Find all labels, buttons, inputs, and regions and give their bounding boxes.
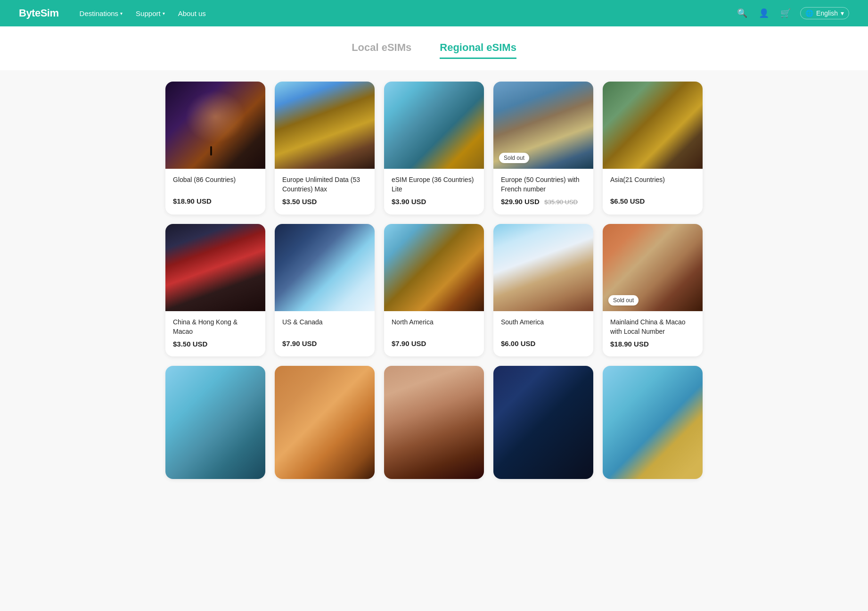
brand-logo[interactable]: ByteSim — [19, 7, 59, 19]
product-image-europe-french: Sold out — [493, 82, 593, 169]
product-price-asia: $6.50 USD — [610, 197, 695, 205]
sold-out-badge-mainland: Sold out — [608, 295, 639, 306]
nav-support-label: Support — [136, 9, 161, 17]
chevron-down-icon: ▾ — [841, 9, 844, 17]
product-price-south-america: $6.00 USD — [501, 339, 586, 347]
tab-local-esims[interactable]: Local eSIMs — [352, 41, 411, 59]
language-selector[interactable]: 🌐 English ▾ — [800, 7, 849, 19]
product-info-china: China & Hong Kong & Macao $3.50 USD — [165, 311, 265, 356]
product-image-row3-5 — [603, 366, 703, 479]
product-card-global[interactable]: Global (86 Countries) $18.90 USD — [165, 82, 265, 215]
product-name-us-canada: US & Canada — [282, 318, 367, 336]
nav-destinations[interactable]: Destinations ▾ — [74, 6, 129, 21]
product-card-esim-europe[interactable]: eSIM Europe (36 Countries) Lite $3.90 US… — [384, 82, 484, 215]
product-card-mainland-china[interactable]: Sold out Mainlaind China & Macao with Lo… — [603, 224, 703, 356]
product-card-row3-4[interactable] — [493, 366, 593, 479]
product-price-esim-europe: $3.90 USD — [392, 198, 476, 206]
product-info-asia: Asia(21 Countries) $6.50 USD — [603, 169, 703, 214]
product-image-row3-1 — [165, 366, 265, 479]
product-image-south-america — [493, 224, 593, 311]
product-info-south-america: South America $6.00 USD — [493, 311, 593, 356]
product-image-us-canada — [275, 224, 375, 311]
product-image-mainland-china: Sold out — [603, 224, 703, 311]
product-name-europe-unlimited: Europe Unlimited Data (53 Countries) Max — [282, 175, 367, 194]
tabs-container: Local eSIMs Regional eSIMs — [0, 26, 868, 70]
product-card-row3-2[interactable] — [275, 366, 375, 479]
product-card-north-america[interactable]: North America $7.90 USD — [384, 224, 484, 356]
main-nav: Destinations ▾ Support ▾ About us — [74, 6, 736, 21]
product-card-asia[interactable]: Asia(21 Countries) $6.50 USD — [603, 82, 703, 215]
navbar-right: 🔍 👤 🛒 🌐 English ▾ — [735, 6, 849, 20]
product-card-row3-1[interactable] — [165, 366, 265, 479]
product-name-mainland-china: Mainlaind China & Macao with Local Numbe… — [610, 318, 695, 336]
language-label: English — [816, 9, 838, 17]
product-card-europe-unlimited[interactable]: Europe Unlimited Data (53 Countries) Max… — [275, 82, 375, 215]
price-container-europe-french: $29.90 USD $35.90 USD — [501, 198, 586, 206]
sold-out-badge: Sold out — [499, 153, 529, 163]
product-name-asia: Asia(21 Countries) — [610, 175, 695, 193]
product-image-row3-4 — [493, 366, 593, 479]
product-image-china — [165, 224, 265, 311]
product-info-north-america: North America $7.90 USD — [384, 311, 484, 356]
tab-local-label: Local eSIMs — [352, 41, 411, 53]
product-original-price-europe-french: $35.90 USD — [544, 198, 578, 206]
product-price-china: $3.50 USD — [173, 340, 258, 348]
product-price-europe-unlimited: $3.50 USD — [282, 198, 367, 206]
nav-about-label: About us — [178, 9, 206, 17]
product-image-europe-unlimited — [275, 82, 375, 169]
navbar: ByteSim Destinations ▾ Support ▾ About u… — [0, 0, 868, 26]
globe-icon: 🌐 — [805, 9, 813, 17]
main-content: Global (86 Countries) $18.90 USD Europe … — [156, 70, 712, 498]
product-info-us-canada: US & Canada $7.90 USD — [275, 311, 375, 356]
product-price-north-america: $7.90 USD — [392, 339, 476, 347]
product-card-us-canada[interactable]: US & Canada $7.90 USD — [275, 224, 375, 356]
user-icon[interactable]: 👤 — [757, 6, 771, 20]
product-card-south-america[interactable]: South America $6.00 USD — [493, 224, 593, 356]
product-price-global: $18.90 USD — [173, 197, 258, 205]
cart-icon[interactable]: 🛒 — [778, 6, 793, 20]
tab-regional-esims[interactable]: Regional eSIMs — [440, 41, 516, 59]
product-card-europe-french[interactable]: Sold out Europe (50 Countries) with Fren… — [493, 82, 593, 215]
nav-about[interactable]: About us — [172, 6, 212, 21]
product-image-north-america — [384, 224, 484, 311]
product-image-row3-2 — [275, 366, 375, 479]
product-name-global: Global (86 Countries) — [173, 175, 258, 193]
nav-support[interactable]: Support ▾ — [130, 6, 171, 21]
product-grid: Global (86 Countries) $18.90 USD Europe … — [165, 82, 703, 479]
product-image-asia — [603, 82, 703, 169]
nav-destinations-label: Destinations — [80, 9, 119, 17]
product-info-esim-europe: eSIM Europe (36 Countries) Lite $3.90 US… — [384, 169, 484, 214]
product-info-europe-unlimited: Europe Unlimited Data (53 Countries) Max… — [275, 169, 375, 214]
product-price-mainland-china: $18.90 USD — [610, 340, 695, 348]
product-price-us-canada: $7.90 USD — [282, 339, 367, 347]
product-info-mainland-china: Mainlaind China & Macao with Local Numbe… — [603, 311, 703, 356]
product-image-global — [165, 82, 265, 169]
product-card-china[interactable]: China & Hong Kong & Macao $3.50 USD — [165, 224, 265, 356]
product-name-europe-french: Europe (50 Countries) with French number — [501, 175, 586, 194]
product-name-esim-europe: eSIM Europe (36 Countries) Lite — [392, 175, 476, 194]
search-icon[interactable]: 🔍 — [735, 6, 749, 20]
product-info-europe-french: Europe (50 Countries) with French number… — [493, 169, 593, 215]
chevron-down-icon: ▾ — [163, 11, 165, 16]
tab-regional-label: Regional eSIMs — [440, 41, 516, 53]
product-card-row3-5[interactable] — [603, 366, 703, 479]
chevron-down-icon: ▾ — [120, 11, 123, 16]
product-name-china: China & Hong Kong & Macao — [173, 318, 258, 336]
product-price-europe-french: $29.90 USD — [501, 198, 540, 206]
product-info-global: Global (86 Countries) $18.90 USD — [165, 169, 265, 214]
product-image-esim-europe — [384, 82, 484, 169]
product-name-south-america: South America — [501, 318, 586, 336]
product-name-north-america: North America — [392, 318, 476, 336]
product-card-row3-3[interactable] — [384, 366, 484, 479]
product-image-row3-3 — [384, 366, 484, 479]
